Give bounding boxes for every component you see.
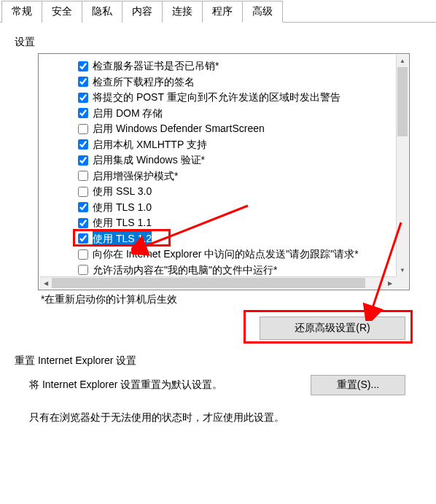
restore-advanced-button[interactable]: 还原高级设置(R) [260, 317, 405, 340]
settings-item-label: 启用 DOM 存储 [93, 106, 163, 122]
settings-item-12[interactable]: 向你在 Internet Explorer 中访问的站点发送"请勿跟踪"请求* [78, 247, 409, 263]
settings-item-label: 允许活动内容在"我的电脑"的文件中运行* [93, 263, 277, 279]
tab-panel-advanced: 设置 检查服务器证书是否已吊销*检查所下载程序的签名将提交的 POST 重定向到… [0, 23, 436, 432]
settings-item-label: 使用 TLS 1.1 [93, 215, 152, 231]
settings-item-label: 启用本机 XMLHTTP 支持 [93, 137, 207, 153]
settings-checkbox-6[interactable] [78, 155, 88, 166]
settings-checkbox-5[interactable] [78, 139, 88, 150]
settings-checkbox-3[interactable] [78, 108, 88, 118]
reset-button[interactable]: 重置(S)... [311, 375, 405, 395]
reset-section-title: 重置 Internet Explorer 设置 [15, 354, 421, 368]
tab-6[interactable]: 高级 [242, 1, 283, 23]
tab-1[interactable]: 安全 [42, 1, 82, 23]
horizontal-scrollbar[interactable]: ◀ ▶ [39, 276, 396, 289]
tab-4[interactable]: 连接 [162, 1, 203, 23]
settings-checkbox-8[interactable] [78, 187, 88, 197]
settings-item-2[interactable]: 将提交的 POST 重定向到不允许发送的区域时发出警告 [78, 90, 409, 106]
settings-item-label: 启用增强保护模式* [93, 168, 178, 185]
settings-item-0[interactable]: 检查服务器证书是否已吊销* [78, 58, 409, 74]
scroll-corner [396, 276, 408, 289]
settings-label: 设置 [15, 36, 421, 49]
tab-5[interactable]: 程序 [202, 1, 243, 23]
settings-item-9[interactable]: 使用 TLS 1.0 [78, 200, 409, 216]
settings-item-label: 使用 TLS 1.0 [93, 200, 152, 216]
settings-checkbox-12[interactable] [78, 249, 88, 260]
settings-checkbox-7[interactable] [78, 171, 88, 181]
settings-item-label: 检查所下载程序的签名 [93, 74, 195, 90]
tab-0[interactable]: 常规 [1, 1, 42, 23]
vertical-scrollbar[interactable]: ▲ ▼ [396, 55, 408, 276]
settings-item-8[interactable]: 使用 SSL 3.0 [78, 184, 409, 200]
settings-item-13[interactable]: 允许活动内容在"我的电脑"的文件中运行* [78, 263, 409, 279]
scroll-left-arrow[interactable]: ◀ [39, 277, 52, 290]
settings-item-label: 检查服务器证书是否已吊销* [93, 58, 219, 74]
scroll-up-arrow[interactable]: ▲ [397, 55, 408, 67]
settings-item-1[interactable]: 检查所下载程序的签名 [78, 74, 409, 90]
settings-item-label: 使用 SSL 3.0 [93, 184, 152, 200]
settings-item-10[interactable]: 使用 TLS 1.1 [78, 215, 409, 231]
reset-note: 只有在浏览器处于无法使用的状态时，才应使用此设置。 [15, 411, 421, 424]
settings-checkbox-13[interactable] [78, 265, 88, 275]
scroll-right-arrow[interactable]: ▶ [384, 277, 396, 290]
settings-note: *在重新启动你的计算机后生效 [41, 293, 421, 306]
tab-2[interactable]: 隐私 [82, 1, 122, 23]
settings-checkbox-10[interactable] [78, 218, 88, 228]
settings-checkbox-11[interactable] [78, 233, 88, 244]
settings-checkbox-1[interactable] [78, 77, 88, 87]
settings-item-3[interactable]: 启用 DOM 存储 [78, 106, 409, 122]
settings-checkbox-0[interactable] [78, 61, 88, 71]
settings-item-7[interactable]: 启用增强保护模式* [78, 168, 409, 185]
settings-item-6[interactable]: 启用集成 Windows 验证* [78, 152, 409, 168]
tab-strip: 常规安全隐私内容连接程序高级 [0, 0, 436, 23]
scroll-thumb-horizontal[interactable] [52, 278, 365, 288]
reset-desc: 将 Internet Explorer 设置重置为默认设置。 [29, 379, 222, 392]
scroll-down-arrow[interactable]: ▼ [397, 264, 408, 276]
settings-item-label: 启用 Windows Defender SmartScreen [93, 121, 265, 137]
settings-item-label: 将提交的 POST 重定向到不允许发送的区域时发出警告 [93, 90, 340, 106]
settings-item-label: 启用集成 Windows 验证* [93, 152, 205, 168]
settings-item-label: 向你在 Internet Explorer 中访问的站点发送"请勿跟踪"请求* [93, 247, 359, 263]
settings-checkbox-2[interactable] [78, 93, 88, 103]
scroll-thumb-vertical[interactable] [397, 67, 408, 136]
settings-checkbox-9[interactable] [78, 202, 88, 212]
settings-item-label: 使用 TLS 1.2 [93, 231, 152, 247]
settings-listbox[interactable]: 检查服务器证书是否已吊销*检查所下载程序的签名将提交的 POST 重定向到不允许… [38, 53, 410, 290]
settings-checkbox-4[interactable] [78, 124, 88, 134]
settings-item-11[interactable]: 使用 TLS 1.2 [78, 231, 409, 247]
tab-3[interactable]: 内容 [122, 1, 163, 23]
settings-item-5[interactable]: 启用本机 XMLHTTP 支持 [78, 137, 409, 153]
settings-item-4[interactable]: 启用 Windows Defender SmartScreen [78, 121, 409, 137]
